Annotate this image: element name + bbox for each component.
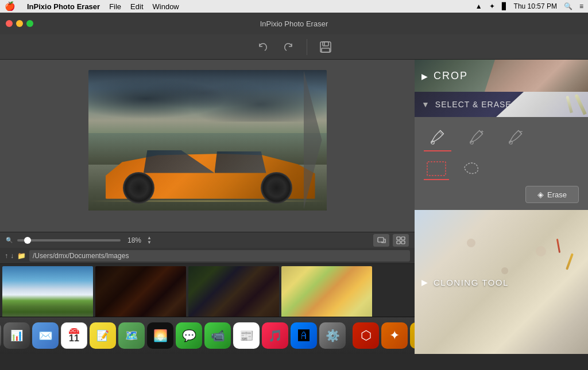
sort-desc-icon[interactable]: ↓ [10,252,14,260]
main-area: 🔍 18% ▲ ▼ [0,60,588,354]
svg-rect-17 [427,162,446,176]
sort-asc-icon[interactable]: ↑ [5,252,8,260]
dock-launchpad[interactable]: 🚀 [0,322,1,349]
zoom-decrease-icon[interactable]: 🔍 [6,237,13,243]
titlebar: InPixio Photo Eraser [0,13,588,34]
svg-rect-1 [323,42,328,46]
zoom-value: 18% [127,236,141,244]
dock-system-prefs[interactable]: ⚙️ [319,322,346,349]
photo-canvas [88,70,327,211]
erase-label: Erase [547,190,567,199]
dock-app-red[interactable]: ⬡ [353,322,379,349]
svg-rect-5 [397,237,400,240]
svg-rect-8 [401,241,405,244]
thumbnail-food[interactable] [281,266,372,324]
erase-button-row: ◈ Erase [415,184,588,210]
bluetooth-icon[interactable]: ✦ [489,2,495,10]
menubar: 🍎 InPixio Photo Eraser File Edit Window … [0,0,588,13]
svg-text:−: − [519,128,523,135]
traffic-lights [6,20,33,27]
toolbar [0,34,588,60]
dock-news[interactable]: 📰 [233,322,260,349]
dock: 🎤 🚀 📊 ✉️ OCT 11 📝 [0,317,416,354]
dock-calendar[interactable]: OCT 11 [61,322,87,349]
select-erase-label: SELECT & ERASE [435,100,512,109]
dock-facetime[interactable]: 📹 [204,322,231,349]
file-path-input[interactable] [29,250,410,262]
file-menu[interactable]: File [109,2,121,11]
undo-button[interactable] [254,38,272,56]
dock-app-store[interactable]: 🅰 [291,322,317,349]
toolbar-divider [307,39,307,55]
file-path-bar: ↑ ↓ 📁 [0,248,415,264]
dock-messages[interactable]: 💬 [176,322,202,349]
svg-rect-2 [322,48,330,52]
dock-mail[interactable]: ✉️ [32,322,59,349]
save-button[interactable] [316,38,335,56]
menu-icon[interactable]: ≡ [579,2,583,10]
redo-button[interactable] [279,38,297,56]
window-menu[interactable]: Window [153,2,179,11]
minimize-button[interactable] [16,20,23,27]
selection-tools-row [415,156,588,184]
thumbnail-room[interactable] [95,266,186,324]
select-erase-section: ▼ SELECT & ERASE [415,92,588,210]
clock: Thu 10:57 PM [514,2,557,10]
left-container: 🔍 18% ▲ ▼ [0,60,415,354]
maximize-button[interactable] [26,20,33,27]
cloning-section[interactable]: ▶ CLONING TOOL [415,210,588,354]
dock-music[interactable]: 🎵 [262,322,288,349]
edit-menu[interactable]: Edit [130,2,143,11]
battery-icon[interactable]: ▊ [502,2,507,10]
rect-select-tool[interactable] [424,158,449,179]
thumbnail-girl[interactable] [188,266,279,324]
crop-label: CROP [434,70,468,82]
search-icon[interactable]: 🔍 [564,2,572,10]
close-button[interactable] [6,20,13,27]
dock-photos[interactable]: 🌅 [147,322,173,349]
brush-tools-row: + − [415,117,588,156]
brush-add-tool[interactable]: + [463,123,490,150]
thumbnail-mountains[interactable] [2,266,93,324]
zoom-stepper[interactable]: ▲ ▼ [147,236,152,245]
brush-subtract-tool[interactable]: − [502,123,529,150]
lasso-select-tool[interactable] [458,158,483,179]
canvas-area: 🔍 18% ▲ ▼ [0,60,415,248]
fit-to-screen-button[interactable] [373,234,389,247]
crop-section[interactable]: ▶ CROP [415,60,588,92]
svg-rect-7 [397,241,400,244]
erase-button[interactable]: ◈ Erase [525,186,579,203]
right-panel: ▶ CROP ▼ SELECT & ERASE [415,60,588,354]
cloning-label: CLONING TOOL [434,277,509,287]
dock-activity-monitor[interactable]: 📊 [3,322,30,349]
select-erase-icon: ▼ [421,100,430,109]
folder-icon: 📁 [17,252,26,260]
wifi-icon[interactable]: ▲ [475,2,482,10]
svg-rect-6 [401,237,405,240]
dock-maps[interactable]: 🗺️ [118,322,145,349]
select-erase-header[interactable]: ▼ SELECT & ERASE [415,92,588,117]
app-name-menu[interactable]: InPixio Photo Eraser [27,2,100,11]
svg-rect-4 [378,237,384,242]
zoom-slider[interactable] [17,239,121,242]
window-title: InPixio Photo Eraser [260,20,328,28]
dock-app-orange[interactable]: ✦ [381,322,408,349]
svg-text:+: + [481,128,484,135]
expand-button[interactable] [393,234,409,247]
erase-icon: ◈ [537,190,544,199]
dock-notes[interactable]: 📝 [90,322,116,349]
zoom-bar: 🔍 18% ▲ ▼ [0,232,415,248]
brush-tool[interactable] [424,123,451,150]
apple-menu[interactable]: 🍎 [5,1,16,11]
crop-expand-icon: ▶ [421,71,428,80]
cloning-expand-icon: ▶ [421,278,428,287]
